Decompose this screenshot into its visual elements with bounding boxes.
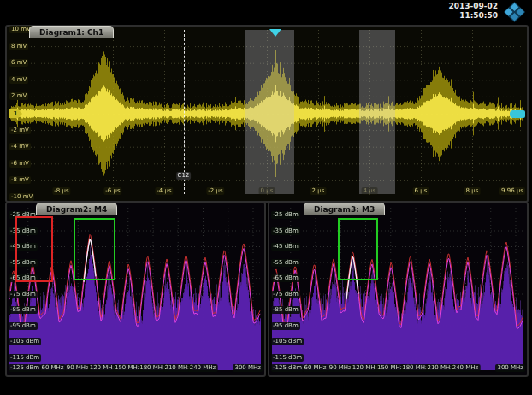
axis-label-y: 8 mV (9, 43, 28, 50)
axis-label-x: -6 µs (103, 187, 121, 195)
highlight-box (74, 218, 115, 280)
time-label: 11:50:50 (448, 11, 498, 21)
axis-label-y: -115 dBm (9, 354, 41, 362)
axis-label-y: -75 dBm (271, 291, 300, 298)
axis-label-y: -65 dBm (271, 274, 300, 282)
tab-diagram3[interactable]: Diagram3: M3 (304, 203, 385, 215)
axis-label-x: 0 µs (259, 187, 275, 195)
axis-label-x: 240 MHz (188, 364, 218, 372)
axis-label-y: -125 dBm (271, 364, 304, 372)
axis-label-y: -35 dBm (271, 227, 300, 235)
axis-label-x: 90 MHz (65, 364, 91, 372)
axis-label-y: -105 dBm (271, 338, 304, 345)
axis-label-y: 4 mV (9, 76, 28, 84)
axis-label-y: -10 mV (9, 193, 34, 201)
axis-label-x: 6 µs (413, 187, 429, 195)
diagram1-time-domain: Diagram1: Ch1 10 mV8 mV6 mV4 mV2 mV-2 mV… (5, 25, 529, 203)
axis-label-y: -115 dBm (271, 354, 304, 362)
axis-label-y: -45 dBm (271, 243, 300, 251)
axis-label-x: -2 µs (206, 187, 224, 195)
axis-label-y: -25 dBm (271, 211, 300, 219)
axis-label-x: 8 µs (464, 187, 481, 195)
axis-label-y: 2 mV (9, 92, 28, 100)
trigger-level-marker[interactable] (510, 110, 525, 118)
zoom-gate[interactable] (359, 30, 395, 194)
oscilloscope-screen: 2013-09-02 11:50:50 Diagram1: Ch1 10 mV8… (0, 0, 532, 395)
axis-label-y: -8 mV (9, 176, 31, 184)
diagram3-overlay: -25 dBm-35 dBm-45 dBm-55 dBm-65 dBm-75 d… (269, 203, 527, 375)
axis-label-x: 300 MHz (495, 364, 525, 372)
cursor-label: C12 (176, 172, 192, 180)
highlight-box (338, 218, 378, 280)
channel1-offset-marker[interactable]: 1 (9, 109, 22, 118)
zoom-gate[interactable] (245, 30, 294, 194)
axis-label-y: -95 dBm (271, 322, 300, 330)
axis-label-x: 9.96 µs (499, 187, 525, 195)
axis-label-x: 300 MHz (233, 364, 263, 372)
axis-label-x: 60 MHz (302, 364, 328, 372)
diagram2-spectrum-m4: Diagram2: M4 -25 dBm-35 dBm-45 dBm-55 dB… (5, 202, 266, 377)
axis-label-y: -75 dBm (9, 291, 38, 298)
rohde-schwarz-logo-icon (503, 2, 526, 22)
date-label: 2013-09-02 (448, 2, 498, 11)
axis-label-x: -4 µs (155, 187, 173, 195)
diagram1-overlay: 10 mV8 mV6 mV4 mV2 mV-2 mV-4 mV-6 mV-8 m… (7, 27, 527, 201)
axis-label-y: -95 dBm (9, 322, 38, 330)
axis-label-x: 60 MHz (39, 364, 65, 372)
axis-label-y: 6 mV (9, 59, 28, 67)
highlight-box (15, 216, 53, 282)
axis-label-x: 4 µs (362, 187, 378, 195)
diagram2-overlay: -25 dBm-35 dBm-45 dBm-55 dBm-65 dBm-75 d… (7, 203, 264, 375)
cursor-line-c12[interactable] (184, 30, 185, 194)
axis-label-y: -4 mV (9, 143, 31, 150)
axis-label-y: -105 dBm (9, 338, 41, 345)
axis-label-y: -85 dBm (9, 306, 38, 314)
diagram3-spectrum-m3: Diagram3: M3 -25 dBm-35 dBm-45 dBm-55 dB… (268, 202, 529, 377)
tab-diagram2[interactable]: Diagram2: M4 (36, 203, 117, 215)
axis-label-x: -8 µs (52, 187, 70, 195)
datetime-display: 2013-09-02 11:50:50 (448, 2, 498, 21)
trigger-position-icon[interactable] (269, 29, 281, 37)
axis-label-y: -55 dBm (271, 259, 300, 267)
axis-label-y: -2 mV (9, 127, 31, 134)
axis-label-x: 90 MHz (328, 364, 353, 372)
axis-label-y: -125 dBm (9, 364, 41, 372)
top-bar: 2013-09-02 11:50:50 (0, 0, 532, 24)
tab-diagram1[interactable]: Diagram1: Ch1 (29, 26, 114, 38)
axis-label-x: 2 µs (310, 187, 327, 195)
axis-label-x: 240 MHz (451, 364, 481, 372)
axis-label-y: -85 dBm (271, 306, 300, 314)
axis-label-y: -6 mV (9, 160, 31, 168)
